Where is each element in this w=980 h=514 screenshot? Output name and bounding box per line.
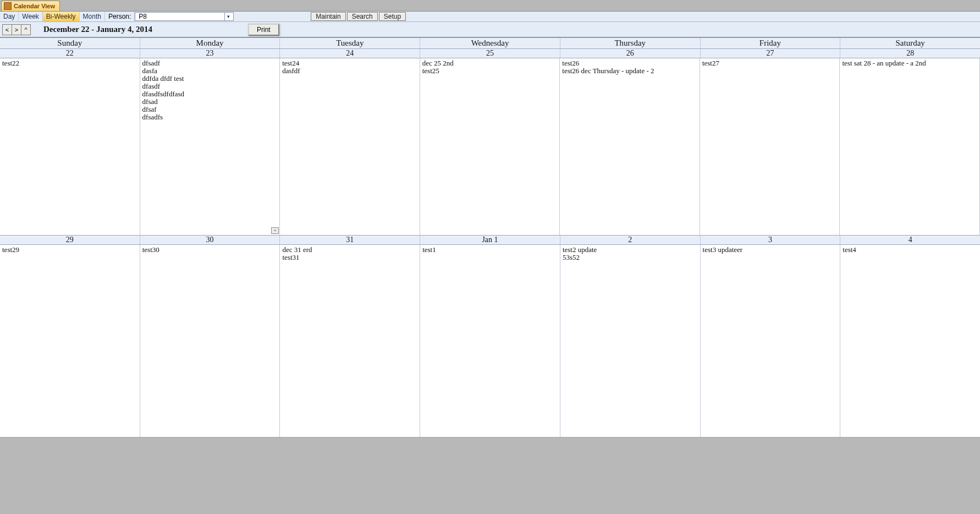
date-cell[interactable]: 23 xyxy=(140,49,280,58)
day-of-week-header: Sunday Monday Tuesday Wednesday Thursday… xyxy=(0,37,980,49)
date-cell[interactable]: 22 xyxy=(0,49,140,58)
calendar-entry[interactable]: test24 xyxy=(282,59,417,67)
date-cell[interactable]: 27 xyxy=(701,49,841,58)
calendar-entry[interactable]: dasfdf xyxy=(282,67,417,75)
calendar-entry[interactable]: ddfda dfdf test xyxy=(142,75,278,83)
date-cell[interactable]: 3 xyxy=(701,236,841,244)
day-cell[interactable]: test29 xyxy=(0,245,140,437)
calendar-entry[interactable]: test25 xyxy=(422,67,558,75)
date-row-1: 22 23 24 25 26 27 28 xyxy=(0,49,980,58)
day-cell[interactable]: test30 xyxy=(140,245,280,437)
week-row-1: test22 dfsadfdasfaddfda dfdf testdfasdfd… xyxy=(0,58,980,236)
day-cell[interactable]: test sat 28 - an update - a 2nd xyxy=(840,58,980,235)
search-button[interactable]: Search xyxy=(347,12,378,21)
view-month[interactable]: Month xyxy=(80,12,105,21)
calendar-entry[interactable]: test22 xyxy=(2,59,137,67)
date-cell[interactable]: 2 xyxy=(560,236,701,244)
print-button[interactable]: Print xyxy=(248,24,279,36)
calendar-entry[interactable]: dec 25 2nd xyxy=(422,59,558,67)
date-cell[interactable]: 25 xyxy=(420,49,560,58)
date-cell[interactable]: 31 xyxy=(280,236,420,244)
day-cell[interactable]: test3 updateer xyxy=(701,245,841,437)
day-cell[interactable]: dfsadfdasfaddfda dfdf testdfasdfdfasdfsd… xyxy=(140,58,280,235)
spacer xyxy=(234,12,311,21)
calendar-entry[interactable]: test1 xyxy=(422,246,558,254)
calendar-entry[interactable]: dfsadf xyxy=(142,59,278,67)
calendar-entry[interactable]: dfasdf xyxy=(142,83,278,90)
calendar-entry[interactable]: test29 xyxy=(2,246,137,254)
day-cell[interactable]: test27 xyxy=(700,58,840,235)
date-cell[interactable]: 4 xyxy=(840,236,980,244)
person-label: Person: xyxy=(105,12,135,21)
expand-button[interactable]: ^ xyxy=(271,227,279,234)
calendar-entry[interactable]: test30 xyxy=(142,246,278,254)
calendar-entry[interactable]: dfsad xyxy=(142,98,278,106)
calendar-entry[interactable]: test4 xyxy=(843,246,978,254)
tab-calendar-view[interactable]: Calendar View xyxy=(1,1,60,11)
up-button[interactable]: ^ xyxy=(21,24,31,35)
calendar-grid: Sunday Monday Tuesday Wednesday Thursday… xyxy=(0,37,980,438)
view-toolbar: Day Week Bi-Weekly Month Person: P8 ▾ Ma… xyxy=(0,11,980,22)
calendar-entry[interactable]: dec 31 erd xyxy=(282,246,417,254)
day-cell[interactable]: test2 update53s52 xyxy=(560,245,701,437)
tab-bar: Calendar View xyxy=(0,0,980,11)
dow-thursday: Thursday xyxy=(560,38,701,48)
prev-button[interactable]: < xyxy=(2,24,12,35)
week-row-2: test29 test30 dec 31 erdtest31 test1 tes… xyxy=(0,245,980,438)
dow-monday: Monday xyxy=(140,38,280,48)
calendar-entry[interactable]: test31 xyxy=(282,254,417,261)
calendar-entry[interactable]: dfsadfs xyxy=(142,113,278,121)
calendar-entry[interactable]: test2 update xyxy=(563,246,698,254)
chevron-down-icon: ▾ xyxy=(224,13,232,20)
date-cell[interactable]: Jan 1 xyxy=(420,236,560,244)
dow-saturday: Saturday xyxy=(840,38,980,48)
date-cell[interactable]: 26 xyxy=(560,49,701,58)
nav-group: < > ^ xyxy=(2,24,30,35)
day-cell[interactable]: test1 xyxy=(420,245,560,437)
setup-button[interactable]: Setup xyxy=(379,12,406,21)
calendar-entry[interactable]: test27 xyxy=(702,59,838,67)
dow-tuesday: Tuesday xyxy=(280,38,420,48)
calendar-entry[interactable]: dasfa xyxy=(142,67,278,75)
calendar-entry[interactable]: test26 dec Thursday - update - 2 xyxy=(562,67,697,75)
form-icon xyxy=(4,2,12,10)
view-day[interactable]: Day xyxy=(0,12,19,21)
calendar-entry[interactable]: dfsaf xyxy=(142,106,278,113)
day-cell[interactable]: dec 31 erdtest31 xyxy=(280,245,420,437)
day-cell[interactable]: test24dasfdf xyxy=(280,58,420,235)
calendar-entry[interactable]: 53s52 xyxy=(563,254,698,261)
person-select[interactable]: P8 ▾ xyxy=(135,12,234,21)
day-cell[interactable]: test26test26 dec Thursday - update - 2 xyxy=(560,58,700,235)
nav-toolbar: < > ^ December 22 - January 4, 2014 Prin… xyxy=(0,22,980,37)
day-cell[interactable]: test22 xyxy=(0,58,140,235)
calendar-entry[interactable]: test26 xyxy=(562,59,697,67)
maintain-button[interactable]: Maintain xyxy=(311,12,345,21)
date-cell[interactable]: 30 xyxy=(140,236,280,244)
date-cell[interactable]: 24 xyxy=(280,49,420,58)
date-cell[interactable]: 29 xyxy=(0,236,140,244)
view-week[interactable]: Week xyxy=(19,12,42,21)
tab-title: Calendar View xyxy=(14,3,55,9)
dow-wednesday: Wednesday xyxy=(420,38,560,48)
date-row-2: 29 30 31 Jan 1 2 3 4 xyxy=(0,236,980,245)
date-cell[interactable]: 28 xyxy=(840,49,980,58)
person-value: P8 xyxy=(139,13,147,20)
next-button[interactable]: > xyxy=(12,24,21,35)
day-cell[interactable]: dec 25 2ndtest25 xyxy=(420,58,560,235)
dow-sunday: Sunday xyxy=(0,38,140,48)
calendar-entry[interactable]: test sat 28 - an update - a 2nd xyxy=(842,59,977,67)
dow-friday: Friday xyxy=(701,38,841,48)
day-cell[interactable]: test4 xyxy=(840,245,980,437)
calendar-entry[interactable]: test3 updateer xyxy=(703,246,838,254)
view-biweekly[interactable]: Bi-Weekly xyxy=(43,12,80,21)
calendar-entry[interactable]: dfasdfsdfdfasd xyxy=(142,90,278,98)
date-range-title: December 22 - January 4, 2014 xyxy=(43,25,152,34)
